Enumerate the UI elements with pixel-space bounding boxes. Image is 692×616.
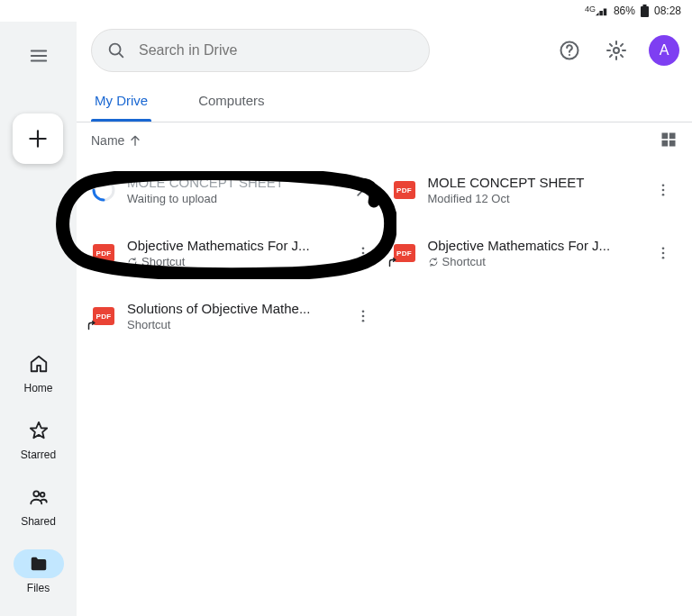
svg-rect-11 [669, 140, 676, 146]
svg-point-21 [662, 257, 665, 259]
people-icon [29, 487, 49, 507]
arrow-up-icon[interactable] [128, 133, 142, 148]
close-icon [354, 181, 372, 199]
topbar: A [77, 22, 692, 79]
search-box[interactable] [91, 29, 430, 72]
more-options-button[interactable] [649, 176, 678, 204]
file-title: Objective Mathematics For J... [127, 238, 338, 253]
sync-icon [127, 257, 138, 267]
more-options-button[interactable] [649, 239, 678, 267]
tab-computers[interactable]: Computers [195, 80, 268, 121]
app-container: Home Starred Shared Files [0, 22, 692, 616]
svg-point-19 [662, 247, 665, 249]
nav-files-label: Files [27, 582, 50, 594]
account-avatar[interactable]: A [649, 35, 679, 66]
file-subtitle: Waiting to upload [127, 192, 338, 205]
star-icon [29, 421, 49, 440]
pdf-file-icon: PDF [392, 177, 417, 203]
pdf-shortcut-icon: PDF [392, 240, 417, 266]
help-button[interactable] [551, 32, 587, 68]
settings-button[interactable] [598, 32, 634, 68]
sync-icon [428, 257, 439, 267]
shortcut-icon [86, 320, 98, 332]
svg-point-22 [361, 310, 364, 313]
svg-point-14 [662, 189, 665, 192]
pdf-shortcut-icon: PDF [91, 303, 116, 329]
file-item[interactable]: PDF Solutions of Objective Mathe... Shor… [84, 285, 385, 348]
file-list: MOLE CONCEPT SHEET Waiting to upload PDF… [77, 159, 692, 348]
svg-point-6 [569, 54, 570, 56]
sort-label[interactable]: Name [91, 133, 124, 148]
new-button[interactable] [13, 113, 63, 164]
file-item[interactable]: PDF Objective Mathematics For J... Short… [84, 222, 385, 285]
svg-point-7 [614, 48, 619, 53]
shortcut-icon [86, 257, 98, 269]
nav-home-label: Home [23, 382, 52, 394]
help-icon [559, 40, 580, 61]
file-item[interactable]: PDF MOLE CONCEPT SHEET Modified 12 Oct [385, 159, 686, 222]
svg-point-23 [361, 315, 364, 318]
search-icon [106, 41, 126, 60]
nav-home[interactable]: Home [10, 346, 68, 398]
file-item-uploading[interactable]: MOLE CONCEPT SHEET Waiting to upload [84, 159, 385, 222]
nav-starred-label: Starred [21, 448, 56, 461]
battery-icon [641, 5, 649, 17]
file-title: Objective Mathematics For J... [428, 238, 639, 253]
cancel-upload-button[interactable] [349, 176, 378, 204]
svg-point-13 [662, 184, 665, 186]
nav-starred[interactable]: Starred [10, 412, 68, 465]
svg-rect-9 [669, 132, 676, 139]
svg-rect-0 [641, 6, 649, 17]
plus-icon [26, 127, 50, 150]
svg-point-18 [361, 257, 364, 259]
gear-icon [606, 40, 627, 61]
search-input[interactable] [139, 42, 414, 59]
sidebar: Home Starred Shared Files [0, 22, 77, 616]
svg-point-15 [662, 194, 665, 196]
more-vert-icon [355, 308, 371, 324]
svg-rect-1 [642, 5, 646, 6]
menu-icon [29, 46, 49, 66]
grid-icon [660, 131, 678, 149]
svg-rect-8 [662, 132, 669, 139]
file-item[interactable]: PDF Objective Mathematics For J... Short… [385, 222, 686, 285]
svg-point-3 [40, 493, 44, 497]
file-subtitle: Shortcut [141, 255, 185, 268]
tab-my-drive[interactable]: My Drive [91, 80, 151, 121]
file-title: MOLE CONCEPT SHEET [428, 175, 639, 190]
status-bar: 4G 86% 08:28 [0, 0, 692, 22]
file-title: Solutions of Objective Mathe... [127, 301, 338, 316]
shortcut-icon [387, 257, 399, 269]
nav-shared[interactable]: Shared [10, 479, 68, 531]
battery-percent: 86% [614, 5, 635, 17]
more-vert-icon [655, 245, 671, 261]
file-subtitle: Shortcut [442, 255, 486, 268]
file-subtitle: Shortcut [127, 318, 170, 331]
svg-point-17 [361, 252, 364, 255]
file-title: MOLE CONCEPT SHEET [127, 175, 338, 190]
more-options-button[interactable] [349, 302, 378, 331]
pdf-shortcut-icon: PDF [91, 240, 116, 266]
nav-rail: Home Starred Shared Files [0, 346, 77, 598]
more-vert-icon [355, 245, 371, 261]
svg-rect-10 [662, 140, 669, 146]
upload-spinner-icon [91, 177, 116, 203]
more-vert-icon [655, 182, 671, 198]
svg-point-24 [361, 320, 364, 322]
more-options-button[interactable] [349, 239, 378, 267]
nav-files[interactable]: Files [10, 546, 68, 598]
svg-point-16 [361, 247, 364, 249]
svg-point-2 [33, 491, 39, 496]
folder-icon [29, 554, 49, 574]
home-icon [29, 354, 49, 374]
hamburger-menu-button[interactable] [21, 38, 57, 74]
network-indicator: 4G [585, 5, 608, 16]
clock: 08:28 [654, 5, 681, 17]
grid-view-button[interactable] [660, 131, 678, 151]
list-header: Name [77, 122, 692, 159]
svg-point-20 [662, 252, 665, 255]
file-subtitle: Modified 12 Oct [428, 192, 639, 205]
tabs: My Drive Computers [77, 79, 692, 122]
main-panel: A My Drive Computers Name MOLE CONCEPT S… [77, 22, 692, 616]
nav-shared-label: Shared [21, 515, 56, 528]
